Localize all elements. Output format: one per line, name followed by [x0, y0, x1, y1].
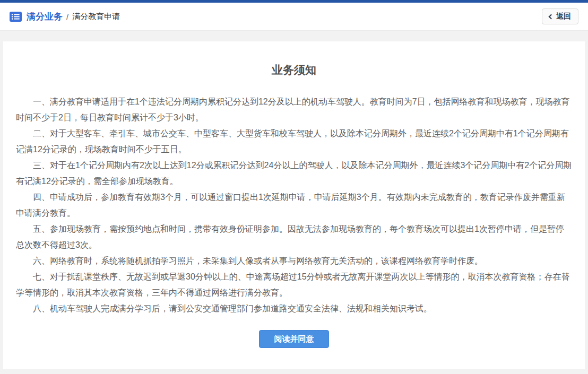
notice-paragraph-7: 七、对于扰乱课堂秩序、无故迟到或早退30分钟以上的、中途离场超过15分钟或者无故… [16, 269, 572, 301]
notice-paragraph-6: 六、网络教育时，系统将随机抓拍学习照片，未采集到人像或者从事与网络教育无关活动的… [16, 253, 572, 269]
notice-card: 业务须知 一、满分教育申请适用于在1个违法记分周期内累积记分达到12分及以上的机… [3, 41, 585, 369]
breadcrumb-separator: / [66, 12, 68, 21]
back-button[interactable]: 返回 [542, 8, 578, 24]
notice-paragraph-2: 二、对于大型客车、牵引车、城市公交车、中型客车、大型货车和校车驾驶人，以及除本记… [16, 126, 572, 158]
breadcrumb-section[interactable]: 满分业务 [27, 11, 63, 23]
breadcrumb: 满分业务 / 满分教育申请 [10, 11, 120, 23]
chevron-left-icon [549, 14, 554, 20]
notice-paragraph-5: 五、参加现场教育，需按预约地点和时间，携带有效身份证明参加。因故无法参加现场教育… [16, 221, 572, 253]
list-icon [10, 12, 22, 22]
agree-button-row: 阅读并同意 [16, 330, 572, 348]
notice-title: 业务须知 [16, 63, 572, 77]
notice-paragraph-4: 四、申请成功后，参加教育有效期3个月，可以通过窗口提出1次延期申请，申请后延期3… [16, 189, 572, 221]
notice-paragraph-3: 三、对于在1个记分周期内有2次以上达到12分或累积记分达到24分以上的驾驶人，以… [16, 158, 572, 189]
notice-paragraph-8: 八、机动车驾驶人完成满分学习后，请到公安交通管理部门参加道路交通安全法律、法规和… [16, 301, 572, 317]
agree-button[interactable]: 阅读并同意 [259, 330, 329, 348]
notice-body: 一、满分教育申请适用于在1个违法记分周期内累积记分达到12分及以上的机动车驾驶人… [16, 94, 572, 317]
notice-paragraph-1: 一、满分教育申请适用于在1个违法记分周期内累积记分达到12分及以上的机动车驾驶人… [16, 94, 572, 126]
back-button-label: 返回 [556, 12, 571, 21]
breadcrumb-current: 满分教育申请 [72, 12, 120, 22]
page-header: 满分业务 / 满分教育申请 返回 [0, 3, 588, 31]
